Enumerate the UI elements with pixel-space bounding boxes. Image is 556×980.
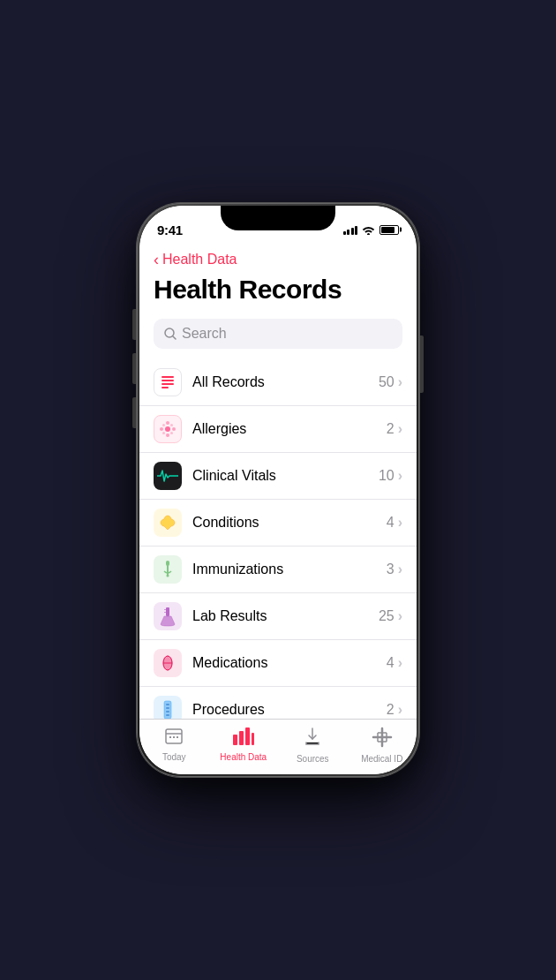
lab-content: Lab Results 25 ›	[192, 608, 402, 624]
list-item[interactable]: Medications 4 ›	[139, 640, 417, 687]
allergies-icon	[154, 415, 182, 443]
vitals-icon	[154, 462, 182, 490]
tab-bar: Today Health Data	[139, 719, 417, 774]
allergies-label: Allergies	[192, 421, 246, 437]
battery-icon	[379, 225, 399, 235]
conditions-count: 4	[387, 515, 394, 531]
medications-icon	[154, 649, 182, 677]
immunizations-content: Immunizations 3 ›	[192, 562, 402, 577]
svg-rect-4	[162, 383, 174, 385]
list-item[interactable]: Clinical Vitals 10 ›	[139, 453, 417, 500]
svg-rect-31	[169, 736, 171, 738]
procedures-icon	[154, 696, 182, 719]
search-bar[interactable]: Search	[154, 319, 402, 349]
tab-health-data[interactable]: Health Data	[209, 720, 279, 764]
svg-rect-37	[252, 733, 254, 745]
sources-icon	[302, 727, 323, 751]
vitals-chevron-icon: ›	[398, 468, 402, 484]
records-list: All Records 50 ›	[139, 359, 417, 719]
back-button[interactable]: ‹ Health Data	[154, 252, 402, 268]
allergies-content: Allergies 2 ›	[192, 421, 402, 437]
immunizations-label: Immunizations	[192, 562, 283, 577]
content-area[interactable]: ‹ Health Data Health Records Search	[139, 245, 417, 719]
list-item[interactable]: Immunizations 3 ›	[139, 547, 417, 593]
svg-point-11	[162, 424, 165, 426]
svg-rect-35	[239, 731, 244, 745]
list-item[interactable]: All Records 50 ›	[139, 359, 417, 406]
list-item[interactable]: Conditions 4 ›	[139, 500, 417, 547]
medications-content: Medications 4 ›	[192, 655, 402, 671]
phone-inner: 9:41 ‹	[139, 206, 417, 774]
svg-point-10	[172, 427, 176, 431]
immunizations-right: 3 ›	[387, 562, 402, 577]
tab-today[interactable]: Today	[139, 720, 209, 764]
tab-sources[interactable]: Sources	[278, 720, 348, 764]
immunizations-count: 3	[387, 562, 394, 577]
svg-point-9	[160, 427, 163, 431]
all-records-chevron-icon: ›	[398, 374, 402, 390]
medications-chevron-icon: ›	[398, 655, 402, 671]
search-icon	[164, 328, 177, 340]
all-records-count: 50	[379, 374, 394, 390]
vitals-count: 10	[379, 468, 394, 484]
lab-icon	[154, 602, 182, 630]
svg-line-1	[173, 336, 176, 339]
svg-rect-20	[164, 612, 166, 613]
svg-rect-3	[162, 380, 174, 381]
immunizations-icon	[154, 555, 182, 584]
today-icon	[163, 727, 184, 750]
vitals-right: 10 ›	[379, 468, 402, 484]
svg-point-12	[170, 424, 173, 426]
svg-rect-34	[233, 735, 237, 745]
svg-rect-27	[166, 711, 169, 712]
list-item[interactable]: Lab Results 25 ›	[139, 593, 417, 640]
procedures-chevron-icon: ›	[398, 702, 402, 718]
svg-rect-19	[164, 609, 166, 610]
svg-rect-28	[166, 714, 169, 716]
procedures-content: Procedures 2 ›	[192, 702, 402, 718]
nav-bar: ‹ Health Data	[139, 245, 417, 275]
conditions-content: Conditions 4 ›	[192, 515, 402, 531]
all-records-right: 50 ›	[379, 374, 402, 390]
tab-medical-id[interactable]: Medical ID	[348, 720, 417, 764]
svg-point-8	[166, 433, 169, 437]
health-data-tab-label: Health Data	[220, 752, 267, 762]
wifi-icon	[362, 225, 375, 235]
back-chevron-icon: ‹	[154, 252, 159, 268]
vitals-label: Clinical Vitals	[192, 468, 276, 484]
procedures-right: 2 ›	[387, 702, 402, 718]
procedures-count: 2	[387, 702, 394, 718]
vitals-content: Clinical Vitals 10 ›	[192, 468, 402, 484]
list-item[interactable]: Procedures 2 ›	[139, 687, 417, 719]
back-label: Health Data	[162, 252, 237, 268]
svg-rect-26	[166, 707, 169, 709]
medications-right: 4 ›	[387, 655, 402, 671]
search-container: Search	[139, 313, 417, 359]
svg-point-17	[167, 575, 169, 577]
allergies-count: 2	[387, 421, 394, 437]
svg-point-6	[165, 426, 170, 432]
search-placeholder: Search	[182, 326, 227, 342]
conditions-right: 4 ›	[387, 515, 402, 531]
screen: 9:41 ‹	[139, 206, 417, 774]
svg-point-7	[166, 421, 169, 425]
svg-rect-2	[162, 376, 174, 378]
sources-tab-label: Sources	[297, 754, 329, 764]
lab-label: Lab Results	[192, 608, 267, 624]
all-records-content: All Records 50 ›	[192, 374, 402, 390]
svg-rect-33	[177, 736, 178, 738]
page-title: Health Records	[139, 275, 417, 313]
allergies-right: 2 ›	[387, 421, 402, 437]
notch	[221, 206, 335, 230]
medications-count: 4	[387, 655, 394, 671]
today-tab-label: Today	[162, 752, 186, 762]
status-icons	[343, 224, 400, 235]
list-item[interactable]: Allergies 2 ›	[139, 406, 417, 453]
medications-label: Medications	[192, 655, 267, 671]
all-records-label: All Records	[192, 374, 265, 390]
svg-rect-25	[166, 704, 169, 705]
procedures-label: Procedures	[192, 702, 265, 718]
immunizations-chevron-icon: ›	[398, 562, 402, 577]
status-time: 9:41	[157, 222, 183, 237]
svg-point-13	[162, 432, 165, 434]
